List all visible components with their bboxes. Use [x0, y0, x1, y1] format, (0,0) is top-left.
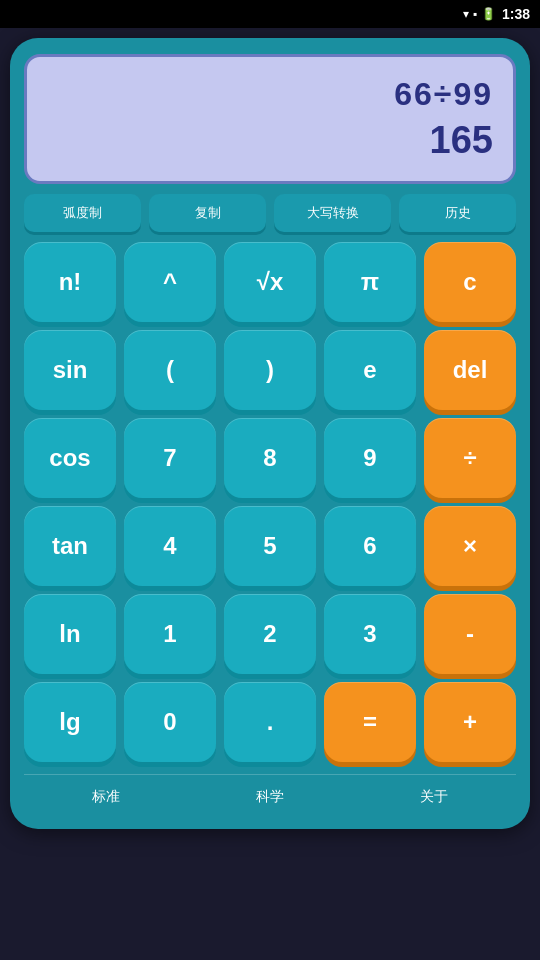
- ln-button[interactable]: ln: [24, 594, 116, 674]
- uppercase-button[interactable]: 大写转换: [274, 194, 391, 232]
- lg-button[interactable]: lg: [24, 682, 116, 762]
- 0-button[interactable]: 0: [124, 682, 216, 762]
- rparen-button[interactable]: ): [224, 330, 316, 410]
- 6-button[interactable]: 6: [324, 506, 416, 586]
- copy-button[interactable]: 复制: [149, 194, 266, 232]
- battery-icon: 🔋: [481, 7, 496, 21]
- delete-button[interactable]: del: [424, 330, 516, 410]
- cos-button[interactable]: cos: [24, 418, 116, 498]
- pi-button[interactable]: π: [324, 242, 416, 322]
- display-expression: 66÷99: [394, 76, 493, 113]
- power-button[interactable]: ^: [124, 242, 216, 322]
- wifi-icon: ▾: [463, 7, 469, 21]
- display-screen: 66÷99 165: [24, 54, 516, 184]
- 7-button[interactable]: 7: [124, 418, 216, 498]
- signal-icon: ▪: [473, 7, 477, 21]
- dot-button[interactable]: .: [224, 682, 316, 762]
- tan-button[interactable]: tan: [24, 506, 116, 586]
- equals-button[interactable]: =: [324, 682, 416, 762]
- radian-button[interactable]: 弧度制: [24, 194, 141, 232]
- display-result: 165: [430, 119, 493, 162]
- 4-button[interactable]: 4: [124, 506, 216, 586]
- standard-nav-button[interactable]: 标准: [24, 779, 188, 815]
- 2-button[interactable]: 2: [224, 594, 316, 674]
- plus-button[interactable]: +: [424, 682, 516, 762]
- bottom-nav: 标准 科学 关于: [24, 774, 516, 815]
- status-icons: ▾ ▪ 🔋: [463, 7, 496, 21]
- button-grid: n! ^ √x π c sin ( ) e del cos: [24, 242, 516, 762]
- history-button[interactable]: 历史: [399, 194, 516, 232]
- time-display: 1:38: [502, 6, 530, 22]
- 5-button[interactable]: 5: [224, 506, 316, 586]
- lparen-button[interactable]: (: [124, 330, 216, 410]
- clear-button[interactable]: c: [424, 242, 516, 322]
- factorial-button[interactable]: n!: [24, 242, 116, 322]
- minus-button[interactable]: -: [424, 594, 516, 674]
- status-bar: ▾ ▪ 🔋 1:38: [0, 0, 540, 28]
- science-nav-button[interactable]: 科学: [188, 779, 352, 815]
- calculator: 66÷99 165 弧度制 复制 大写转换 历史 n! ^ √x π c sin…: [10, 38, 530, 829]
- about-nav-button[interactable]: 关于: [352, 779, 516, 815]
- multiply-button[interactable]: ×: [424, 506, 516, 586]
- sqrt-button[interactable]: √x: [224, 242, 316, 322]
- 3-button[interactable]: 3: [324, 594, 416, 674]
- divide-button[interactable]: ÷: [424, 418, 516, 498]
- 1-button[interactable]: 1: [124, 594, 216, 674]
- 8-button[interactable]: 8: [224, 418, 316, 498]
- euler-button[interactable]: e: [324, 330, 416, 410]
- 9-button[interactable]: 9: [324, 418, 416, 498]
- function-row: 弧度制 复制 大写转换 历史: [24, 194, 516, 232]
- sin-button[interactable]: sin: [24, 330, 116, 410]
